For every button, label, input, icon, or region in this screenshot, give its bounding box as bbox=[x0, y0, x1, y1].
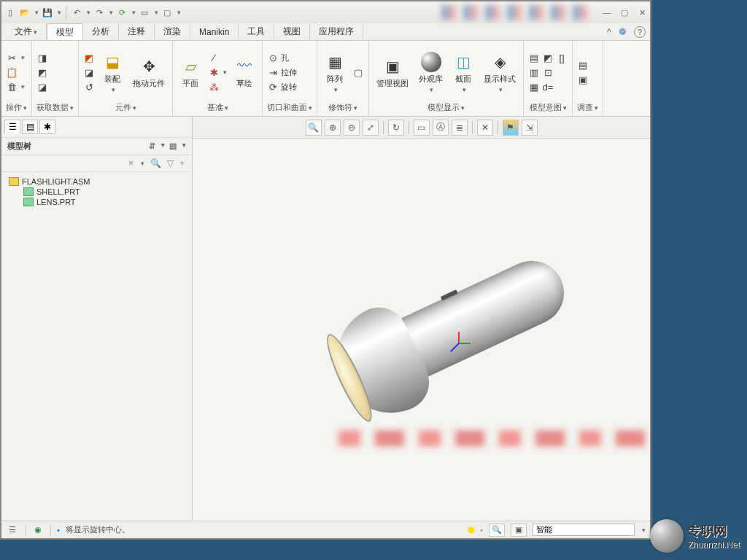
tree-tab-2[interactable]: ▤ bbox=[22, 120, 38, 134]
tree-child-1[interactable]: SHELL.PRT bbox=[9, 187, 185, 197]
open-dd-icon[interactable]: ▾ bbox=[35, 9, 39, 16]
tree-find-icon[interactable]: 🔍 bbox=[150, 158, 161, 168]
dt-pt[interactable]: ✱▾ bbox=[208, 66, 227, 78]
ribbon-investigate: ▤ ▣ 调查▾ bbox=[573, 41, 603, 116]
close-button[interactable]: ✕ bbox=[637, 7, 647, 18]
op-del[interactable]: 🗑▾ bbox=[6, 81, 25, 93]
sb-find-icon[interactable]: 🔍 bbox=[489, 524, 505, 537]
colortree-icon[interactable]: ⚑ bbox=[503, 120, 519, 136]
appearance-button[interactable]: 外观库▾ bbox=[416, 50, 446, 95]
viewport[interactable]: ↖ bbox=[193, 139, 650, 521]
ribbon-component: ◩ ◪ ↺ ⬓装配▾ ✥拖动元件 元件▾ bbox=[79, 41, 173, 116]
hole-button[interactable]: ⊙孔 bbox=[267, 52, 297, 63]
viewport-wrap: 🔍 ⊕ ⊖ ⤢ ↻ ▭ Ⓐ ≣ ✕ ⚑ ⇲ bbox=[193, 117, 650, 521]
tab-tools[interactable]: 工具 bbox=[239, 23, 274, 40]
views-button[interactable]: ▣管理视图 bbox=[374, 55, 411, 90]
save-icon[interactable]: 💾 bbox=[42, 7, 53, 18]
tab-annotate[interactable]: 注释 bbox=[119, 23, 155, 40]
tab-file[interactable]: 文件▾ bbox=[6, 23, 47, 40]
windows-dd-icon[interactable]: ▾ bbox=[155, 9, 158, 16]
dt-csys[interactable]: ⁂ bbox=[208, 81, 227, 93]
int-3[interactable]: ▦d= bbox=[528, 81, 568, 93]
cp-s1[interactable]: ◩ bbox=[83, 52, 95, 63]
tab-manikin[interactable]: Manikin bbox=[190, 23, 239, 40]
op-paste[interactable]: 📋 bbox=[6, 66, 25, 78]
cp-s3[interactable]: ↺ bbox=[83, 81, 95, 93]
regen-dd-icon[interactable]: ▾ bbox=[132, 9, 136, 16]
zoom-in-icon[interactable]: 🔍 bbox=[306, 120, 322, 136]
drag-comp-button[interactable]: ✥拖动元件 bbox=[130, 55, 168, 90]
dispstyle-button[interactable]: ◈显示样式▾ bbox=[481, 50, 519, 95]
dt-axis[interactable]: ∕ bbox=[208, 52, 227, 63]
viewopt-icon[interactable]: ✕ bbox=[477, 120, 493, 136]
gd-1[interactable]: ◨ bbox=[36, 52, 48, 63]
collapse-ribbon-icon[interactable]: ^ bbox=[607, 26, 611, 37]
zoom-out-icon[interactable]: ⊖ bbox=[344, 120, 360, 136]
saved-views-icon[interactable]: ▭ bbox=[414, 120, 430, 136]
ribbon-operate: ✂▾ 📋 🗑▾ 操作▾ bbox=[1, 41, 32, 116]
ribbon-mod: ▦阵列▾ ▢ 修饰符▾ bbox=[317, 41, 369, 116]
undo-icon[interactable]: ↶ bbox=[71, 7, 82, 18]
undo-dd-icon[interactable]: ▾ bbox=[87, 9, 90, 16]
windows-icon[interactable]: ▭ bbox=[139, 7, 150, 18]
tree-root[interactable]: FLASHLIGHT.ASM bbox=[9, 176, 185, 187]
cp-s2[interactable]: ◪ bbox=[83, 66, 95, 78]
int-2[interactable]: ▥⊡ bbox=[528, 66, 568, 78]
tree-tab-3[interactable]: ✱ bbox=[39, 120, 55, 134]
plane-button[interactable]: ▱平面 bbox=[177, 55, 204, 90]
tab-model[interactable]: 模型 bbox=[47, 23, 83, 40]
save-dd-icon[interactable]: ▾ bbox=[58, 9, 61, 16]
tab-render[interactable]: 渲染 bbox=[155, 23, 190, 40]
tab-view[interactable]: 视图 bbox=[274, 23, 310, 40]
pattern-button[interactable]: ▦阵列▾ bbox=[322, 50, 348, 95]
open-icon[interactable]: 📂 bbox=[19, 7, 31, 18]
tab-apps[interactable]: 应用程序 bbox=[310, 23, 363, 40]
ribbon-component-label: 元件 bbox=[115, 103, 131, 112]
assemble-button[interactable]: ⬓装配▾ bbox=[99, 50, 125, 95]
int-1[interactable]: ▤◩[] bbox=[528, 52, 568, 63]
tab-analysis[interactable]: 分析 bbox=[83, 23, 119, 40]
new-icon[interactable]: ▯ bbox=[4, 7, 16, 18]
minimize-button[interactable]: — bbox=[602, 7, 612, 18]
sb-box-icon[interactable]: ▣ bbox=[511, 524, 527, 537]
redo-icon[interactable]: ↷ bbox=[93, 7, 105, 18]
tree-opt2-icon[interactable]: ▤ bbox=[169, 141, 177, 151]
watermark-line1: 专职网 bbox=[688, 522, 740, 540]
watermark-logo-icon bbox=[650, 519, 684, 553]
maximize-button[interactable]: ▢ bbox=[619, 7, 630, 18]
redo-dd-icon[interactable]: ▾ bbox=[109, 9, 113, 16]
close-icon[interactable]: ▢ bbox=[161, 7, 173, 18]
layers-icon[interactable]: ≣ bbox=[452, 120, 468, 136]
filter-input[interactable] bbox=[533, 524, 635, 536]
zoom-fit-icon[interactable]: ⊕ bbox=[325, 120, 341, 136]
sb-browser-icon[interactable]: ◉ bbox=[31, 524, 44, 537]
tree-child-2[interactable]: LENS.PRT bbox=[9, 197, 185, 207]
settings-icon[interactable]: ❁ bbox=[619, 26, 627, 37]
gd-2[interactable]: ◩ bbox=[36, 66, 48, 78]
inv-2[interactable]: ▣ bbox=[577, 74, 589, 85]
tree-close-icon[interactable]: × bbox=[128, 158, 133, 168]
reorient-icon[interactable]: ↻ bbox=[388, 120, 404, 136]
mod-s1[interactable]: ▢ bbox=[352, 66, 364, 78]
sketch-button[interactable]: 〰草绘 bbox=[231, 55, 258, 90]
op-copy[interactable]: ✂▾ bbox=[6, 52, 25, 63]
csys-triad bbox=[448, 332, 470, 354]
explode-icon[interactable]: ⇲ bbox=[522, 120, 538, 136]
refit-icon[interactable]: ⤢ bbox=[363, 120, 379, 136]
gd-3[interactable]: ◪ bbox=[36, 81, 48, 93]
help-icon[interactable]: ? bbox=[634, 26, 646, 38]
inv-1[interactable]: ▤ bbox=[577, 59, 589, 71]
sb-tree-icon[interactable]: ☰ bbox=[6, 524, 19, 537]
tree-tab-1[interactable]: ☰ bbox=[4, 120, 20, 134]
annot-icon[interactable]: Ⓐ bbox=[433, 120, 449, 136]
tree-filter-icon[interactable]: ▽ bbox=[167, 158, 174, 168]
extrude-button[interactable]: ⇥拉伸 bbox=[267, 66, 297, 78]
regen-icon[interactable]: ⟳ bbox=[116, 7, 128, 18]
revolve-button[interactable]: ⟳旋转 bbox=[267, 81, 297, 93]
overlay-blurred-text bbox=[338, 430, 645, 446]
tree-opt1-icon[interactable]: ⇵ bbox=[149, 141, 155, 151]
section-button[interactable]: ◫截面▾ bbox=[450, 50, 476, 95]
ribbon-operate-label: 操作 bbox=[6, 103, 22, 112]
tree-add-icon[interactable]: + bbox=[179, 158, 185, 168]
qat-more-icon[interactable]: ▾ bbox=[177, 9, 181, 16]
